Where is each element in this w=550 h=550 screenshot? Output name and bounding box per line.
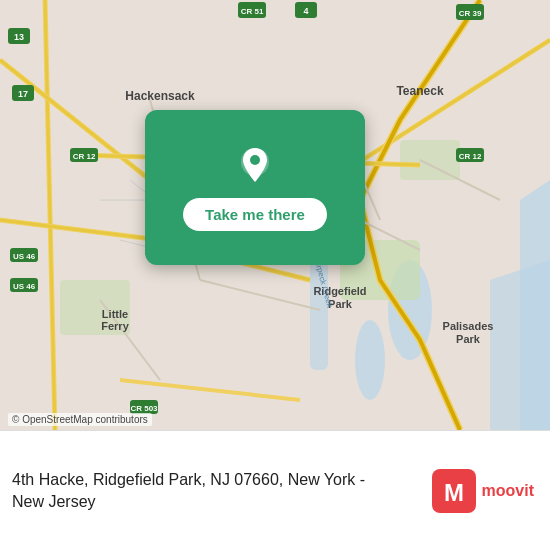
svg-text:Teaneck: Teaneck [396, 84, 443, 98]
svg-text:4: 4 [303, 6, 308, 16]
map-attribution: © OpenStreetMap contributors [8, 413, 152, 426]
svg-text:CR 39: CR 39 [459, 9, 482, 18]
moovit-brand-label: moovit [482, 482, 534, 500]
address-block: 4th Hacke, Ridgefield Park, NJ 07660, Ne… [12, 469, 365, 512]
svg-text:US 46: US 46 [13, 252, 36, 261]
svg-text:CR 12: CR 12 [73, 152, 96, 161]
svg-text:13: 13 [14, 32, 24, 42]
svg-text:Ferry: Ferry [101, 320, 129, 332]
svg-text:Park: Park [456, 333, 481, 345]
svg-marker-5 [490, 260, 550, 430]
svg-text:17: 17 [18, 89, 28, 99]
svg-point-59 [250, 155, 260, 165]
location-pin-icon [233, 144, 277, 188]
moovit-logo: M moovit [432, 469, 534, 513]
footer: 4th Hacke, Ridgefield Park, NJ 07660, Ne… [0, 430, 550, 550]
svg-text:Hackensack: Hackensack [125, 89, 195, 103]
svg-text:CR 12: CR 12 [459, 152, 482, 161]
moovit-icon: M [432, 469, 476, 513]
svg-text:US 46: US 46 [13, 282, 36, 291]
svg-rect-8 [400, 140, 460, 180]
map-area: 4 17 CR 51 CR 39 13 CR 12 CR 12 US 46 US [0, 0, 550, 430]
svg-text:Little: Little [102, 308, 128, 320]
action-card: Take me there [145, 110, 365, 265]
svg-text:Palisades: Palisades [443, 320, 494, 332]
take-me-there-button[interactable]: Take me there [183, 198, 327, 231]
address-text: 4th Hacke, Ridgefield Park, NJ 07660, Ne… [12, 469, 365, 512]
svg-text:CR 503: CR 503 [130, 404, 158, 413]
app-container: 4 17 CR 51 CR 39 13 CR 12 CR 12 US 46 US [0, 0, 550, 550]
svg-point-2 [355, 320, 385, 400]
svg-text:CR 51: CR 51 [241, 7, 264, 16]
svg-text:M: M [444, 479, 464, 506]
